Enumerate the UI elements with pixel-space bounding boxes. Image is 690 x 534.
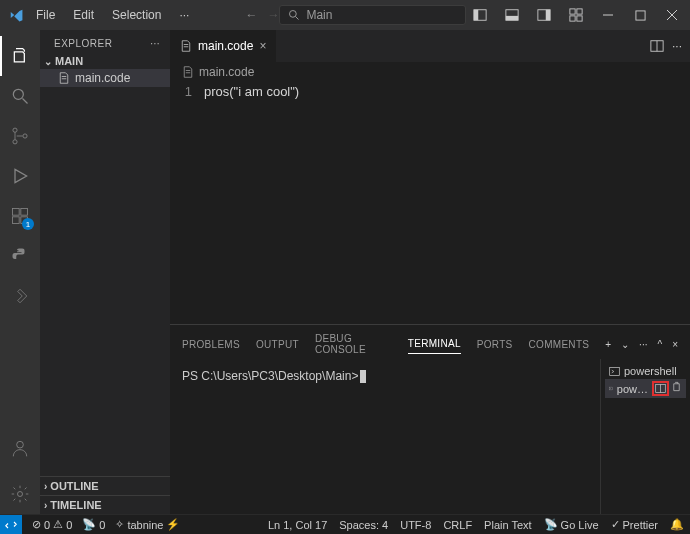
svg-point-18 — [13, 128, 17, 132]
terminal-list: powershell pow… — [600, 359, 690, 514]
activity-search-icon[interactable] — [0, 76, 40, 116]
panel-tabs: PROBLEMS OUTPUT DEBUG CONSOLE TERMINAL P… — [170, 325, 690, 359]
outline-section[interactable]: › OUTLINE — [40, 476, 170, 495]
terminal-icon — [609, 366, 620, 377]
tab-close-icon[interactable]: × — [259, 39, 266, 53]
sidebar-title: EXPLORER — [54, 38, 112, 49]
editor-tab[interactable]: main.code × — [170, 30, 277, 62]
svg-point-20 — [23, 134, 27, 138]
toggle-secondary-icon[interactable] — [530, 1, 558, 29]
terminal-item[interactable]: pow… — [605, 379, 686, 398]
vscode-logo-icon — [4, 8, 28, 22]
lightning-icon: ⚡ — [166, 518, 180, 531]
toggle-panel-icon[interactable] — [498, 1, 526, 29]
nav-back-icon[interactable]: ← — [245, 8, 257, 22]
activity-source-control-icon[interactable] — [0, 116, 40, 156]
menu-selection[interactable]: Selection — [104, 4, 169, 26]
nav-forward-icon[interactable]: → — [267, 8, 279, 22]
status-golive[interactable]: 📡Go Live — [544, 518, 599, 531]
svg-point-0 — [290, 11, 297, 18]
title-bar: File Edit Selection ··· ← → Main — [0, 0, 690, 30]
panel-tab-debug[interactable]: DEBUG CONSOLE — [315, 329, 392, 359]
editor-actions: ··· — [642, 30, 690, 62]
code-line: pros("i am cool") — [204, 84, 299, 324]
split-terminal-icon[interactable] — [652, 381, 669, 396]
code-editor[interactable]: 1 pros("i am cool") — [170, 82, 690, 324]
terminal[interactable]: PS C:\Users\PC3\Desktop\Main> — [170, 359, 600, 514]
status-encoding[interactable]: UTF-8 — [400, 519, 431, 531]
layout-controls — [466, 1, 686, 29]
activity-python-icon[interactable] — [0, 236, 40, 276]
panel: PROBLEMS OUTPUT DEBUG CONSOLE TERMINAL P… — [170, 324, 690, 514]
file-item[interactable]: main.code — [40, 69, 170, 87]
panel-tab-output[interactable]: OUTPUT — [256, 335, 299, 354]
broadcast-icon: 📡 — [544, 518, 558, 531]
terminal-dropdown-icon[interactable]: ⌄ — [621, 339, 629, 350]
minimize-icon[interactable] — [594, 1, 622, 29]
status-spaces[interactable]: Spaces: 4 — [339, 519, 388, 531]
menu-bar: File Edit Selection ··· — [28, 4, 197, 26]
file-icon — [182, 66, 194, 78]
status-ports[interactable]: 📡0 — [82, 518, 105, 531]
menu-more[interactable]: ··· — [171, 4, 197, 26]
panel-tab-terminal[interactable]: TERMINAL — [408, 334, 461, 354]
terminal-item[interactable]: powershell — [605, 363, 686, 379]
maximize-icon[interactable] — [626, 1, 654, 29]
status-language[interactable]: Plain Text — [484, 519, 532, 531]
menu-edit[interactable]: Edit — [65, 4, 102, 26]
terminal-name: powershell — [624, 365, 677, 377]
breadcrumb[interactable]: main.code — [170, 62, 690, 82]
status-eol[interactable]: CRLF — [443, 519, 472, 531]
close-icon[interactable] — [658, 1, 686, 29]
file-icon — [180, 40, 192, 52]
breadcrumb-file: main.code — [199, 65, 254, 79]
svg-line-17 — [23, 99, 28, 104]
editor-more-icon[interactable]: ··· — [672, 39, 682, 53]
panel-tab-comments[interactable]: COMMENTS — [529, 335, 590, 354]
command-center[interactable]: Main — [279, 5, 466, 25]
sidebar-more-icon[interactable]: ··· — [150, 38, 160, 49]
tabnine-icon: ✧ — [115, 518, 124, 531]
status-notifications-icon[interactable]: 🔔 — [670, 518, 684, 531]
terminal-name: pow… — [617, 383, 648, 395]
kill-terminal-icon[interactable] — [671, 381, 682, 396]
status-problems[interactable]: ⊘0 ⚠0 — [32, 518, 72, 531]
activity-run-debug-icon[interactable] — [0, 156, 40, 196]
outline-label: OUTLINE — [50, 480, 98, 492]
status-prettier[interactable]: ✓Prettier — [611, 518, 658, 531]
folder-header[interactable]: ⌄ MAIN — [40, 53, 170, 69]
customize-layout-icon[interactable] — [562, 1, 590, 29]
activity-account-icon[interactable] — [0, 428, 40, 468]
file-icon — [58, 72, 70, 84]
command-center-text: Main — [306, 8, 332, 22]
folder-name: MAIN — [55, 55, 83, 67]
editor-tabs: main.code × ··· — [170, 30, 690, 62]
panel-more-icon[interactable]: ··· — [639, 339, 647, 350]
timeline-section[interactable]: › TIMELINE — [40, 495, 170, 514]
activity-remote-icon[interactable] — [0, 276, 40, 316]
svg-rect-36 — [609, 387, 612, 390]
warning-icon: ⚠ — [53, 518, 63, 531]
error-icon: ⊘ — [32, 518, 41, 531]
remote-indicator[interactable] — [0, 515, 22, 535]
status-bar: ⊘0 ⚠0 📡0 ✧tabnine⚡ Ln 1, Col 17 Spaces: … — [0, 514, 690, 534]
menu-file[interactable]: File — [28, 4, 63, 26]
check-icon: ✓ — [611, 518, 620, 531]
activity-settings-icon[interactable] — [0, 474, 40, 514]
svg-rect-13 — [635, 10, 644, 19]
activity-bar: 1 — [0, 30, 40, 514]
svg-rect-23 — [13, 217, 20, 224]
activity-extensions-icon[interactable]: 1 — [0, 196, 40, 236]
panel-tab-ports[interactable]: PORTS — [477, 335, 513, 354]
panel-close-icon[interactable]: × — [672, 339, 678, 350]
toggle-sidebar-icon[interactable] — [466, 1, 494, 29]
split-editor-icon[interactable] — [650, 39, 664, 53]
search-icon — [288, 9, 300, 21]
status-lncol[interactable]: Ln 1, Col 17 — [268, 519, 327, 531]
status-tabnine[interactable]: ✧tabnine⚡ — [115, 518, 180, 531]
activity-explorer-icon[interactable] — [0, 36, 40, 76]
panel-tab-problems[interactable]: PROBLEMS — [182, 335, 240, 354]
terminal-icon — [609, 383, 613, 394]
panel-maximize-icon[interactable]: ^ — [657, 339, 662, 350]
new-terminal-icon[interactable]: + — [605, 339, 611, 350]
